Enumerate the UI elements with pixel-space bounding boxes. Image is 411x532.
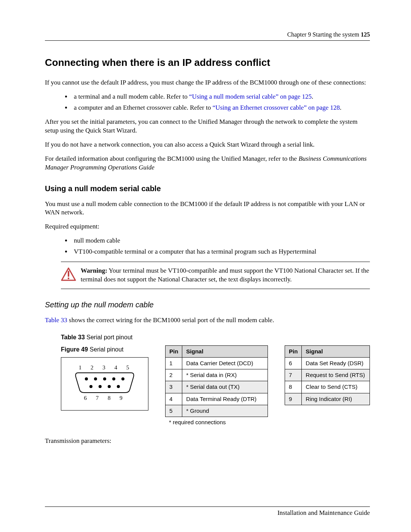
- table-row: 4Data Terminal Ready (DTR): [166, 393, 268, 405]
- text: .: [312, 93, 313, 100]
- text: shows the correct wiring for the BCM1000…: [67, 316, 274, 324]
- svg-point-3: [85, 377, 88, 380]
- cell: Request to Send (RTS): [302, 369, 370, 381]
- divider: [61, 262, 370, 262]
- svg-point-11: [117, 385, 120, 388]
- svg-point-6: [112, 377, 115, 380]
- table-row: 3* Serial data out (TX): [166, 381, 268, 393]
- table-number: Table 33: [61, 334, 85, 340]
- cell: 3: [166, 381, 182, 393]
- cell: * Serial data in (RX): [182, 369, 268, 381]
- svg-point-8: [89, 385, 92, 388]
- svg-point-10: [108, 385, 111, 388]
- svg-point-9: [99, 385, 102, 388]
- intro-paragraph: If you cannot use the default IP address…: [45, 78, 370, 87]
- text: .: [340, 104, 341, 111]
- paragraph: You must use a null modem cable connecti…: [45, 200, 370, 217]
- cell: 7: [285, 369, 302, 381]
- page-footer: Installation and Maintenance Guide: [45, 506, 370, 517]
- paragraph: After you set the initial parameters, yo…: [45, 118, 370, 135]
- table-footnote: * required connections: [165, 417, 268, 426]
- cell: 2: [166, 369, 182, 381]
- pinout-table-left-wrap: Pin Signal 1Data Carrier Detect (DCD) 2*…: [165, 345, 268, 427]
- list-item: null modem cable: [72, 236, 370, 245]
- table-header: Pin: [285, 345, 302, 357]
- text: a terminal and a null modem cable. Refer…: [74, 93, 189, 100]
- cell: Clear to Send (CTS): [302, 381, 370, 393]
- cell: 5: [166, 405, 182, 417]
- list-item: a computer and an Ethernet crossover cab…: [72, 104, 370, 112]
- cell: 6: [285, 357, 302, 369]
- svg-point-4: [94, 377, 97, 380]
- table-row: 7Request to Send (RTS): [285, 369, 370, 381]
- figure-column: Figure 49 Serial pinout 1 2 3 4 5 6 7 8 …: [61, 345, 148, 411]
- connection-options-list: a terminal and a null modem cable. Refer…: [45, 93, 370, 112]
- cell: 1: [166, 357, 182, 369]
- svg-point-7: [121, 377, 124, 380]
- text: a computer and an Ethernet crossover cab…: [74, 104, 212, 111]
- xref-link[interactable]: “Using an Ethernet crossover cable” on p…: [212, 104, 340, 111]
- cell: * Ground: [182, 405, 268, 417]
- table-title: Serial port pinout: [85, 334, 132, 340]
- table-row: 6Data Set Ready (DSR): [285, 357, 370, 369]
- table-row: 1Data Carrier Detect (DCD): [166, 357, 268, 369]
- db9-connector-icon: [74, 372, 135, 393]
- cell: 8: [285, 381, 302, 393]
- paragraph: If you do not have a network connection,…: [45, 141, 370, 149]
- table-caption: Table 33 Serial port pinout: [61, 333, 370, 342]
- figure-title: Serial pinout: [88, 346, 123, 353]
- footer-rule: [45, 506, 370, 507]
- subsubsection-title: Setting up the null modem cable: [45, 300, 370, 310]
- paragraph: Table 33 shows the correct wiring for th…: [45, 316, 370, 325]
- warning-block: Warning: Your terminal must be VT100-com…: [61, 267, 370, 284]
- figure-number: Figure 49: [61, 346, 88, 353]
- xref-link[interactable]: “Using a null modem serial cable” on pag…: [189, 93, 312, 100]
- pin-row-top: 1 2 3 4 5: [61, 364, 148, 371]
- page-number: 125: [361, 31, 370, 38]
- paragraph: For detailed information about configuri…: [45, 155, 370, 172]
- table-row: 2* Serial data in (RX): [166, 369, 268, 381]
- warning-icon: [61, 267, 81, 284]
- svg-point-5: [103, 377, 106, 380]
- footer-text: Installation and Maintenance Guide: [45, 509, 370, 517]
- cell: 9: [285, 393, 302, 405]
- table-row: 8Clear to Send (CTS): [285, 381, 370, 393]
- pinout-section: Figure 49 Serial pinout 1 2 3 4 5 6 7 8 …: [61, 345, 370, 427]
- cell: Data Set Ready (DSR): [302, 357, 370, 369]
- list-item: a terminal and a null modem cable. Refer…: [72, 93, 370, 101]
- cell: * Serial data out (TX): [182, 381, 268, 393]
- xref-link[interactable]: Table 33: [45, 316, 67, 324]
- running-header: Chapter 9 Starting the system 125: [45, 31, 370, 38]
- text: For detailed information about configuri…: [45, 155, 297, 162]
- table-row: 5* Ground: [166, 405, 268, 417]
- warning-label: Warning:: [81, 267, 107, 274]
- required-equipment-label: Required equipment:: [45, 222, 370, 231]
- table-row: 9Ring Indicator (RI): [285, 393, 370, 405]
- cell: 4: [166, 393, 182, 405]
- cell: Data Carrier Detect (DCD): [182, 357, 268, 369]
- svg-point-2: [68, 278, 70, 280]
- table-header: Signal: [302, 345, 370, 357]
- required-equipment-list: null modem cable VT100-compatible termin…: [45, 236, 370, 256]
- list-item: VT100-compatible terminal or a computer …: [72, 248, 370, 256]
- serial-connector-figure: 1 2 3 4 5 6 7 8 9: [61, 357, 148, 411]
- text: Your terminal must be VT100-compatible a…: [81, 267, 369, 283]
- pinout-table-left: Pin Signal 1Data Carrier Detect (DCD) 2*…: [165, 345, 268, 417]
- chapter-label: Chapter 9 Starting the system: [287, 31, 359, 38]
- cell: Ring Indicator (RI): [302, 393, 370, 405]
- section-title: Connecting when there is an IP address c…: [45, 57, 370, 69]
- transmission-parameters-label: Transmission parameters:: [45, 437, 370, 446]
- table-header: Pin: [166, 345, 182, 357]
- cell: Data Terminal Ready (DTR): [182, 393, 268, 405]
- pin-row-bottom: 6 7 8 9: [61, 394, 148, 402]
- figure-caption: Figure 49 Serial pinout: [61, 345, 148, 354]
- header-rule: [45, 40, 370, 41]
- table-header: Signal: [182, 345, 268, 357]
- pinout-table-right: Pin Signal 6Data Set Ready (DSR) 7Reques…: [285, 345, 370, 405]
- divider: [61, 289, 370, 289]
- warning-text: Warning: Your terminal must be VT100-com…: [81, 267, 370, 284]
- subsection-title: Using a null modem serial cable: [45, 184, 370, 194]
